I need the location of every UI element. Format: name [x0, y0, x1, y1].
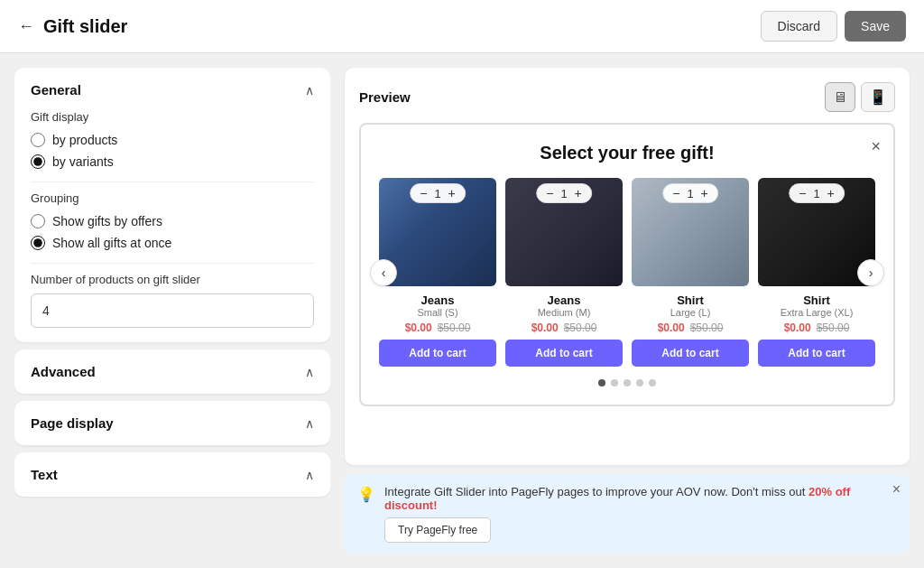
radio-show-all-gifts-label: Show all gifts at once	[52, 236, 171, 250]
radio-by-products-label: by products	[52, 133, 117, 147]
info-icon: 💡	[357, 486, 375, 503]
radio-show-by-offers-label: Show gifts by offers	[52, 214, 162, 228]
product-price: $0.00 $50.00	[658, 321, 724, 334]
product-variant: Medium (M)	[538, 307, 591, 318]
add-to-cart-button[interactable]: Add to cart	[758, 340, 875, 367]
product-image-wrapper: − 1 +	[632, 178, 749, 286]
pagination-dot[interactable]	[624, 379, 631, 386]
qty-plus-button[interactable]: +	[447, 186, 457, 200]
gift-display-label: Gift display	[31, 110, 314, 124]
product-variant: Small (S)	[417, 307, 457, 318]
pagination-dot[interactable]	[649, 379, 656, 386]
qty-plus-button[interactable]: +	[573, 186, 584, 200]
advanced-chevron-icon: ∧	[305, 365, 314, 379]
nav-next-button[interactable]: ›	[857, 259, 884, 286]
advanced-header[interactable]: Advanced ∧	[31, 364, 314, 379]
quantity-badge: − 1 +	[662, 183, 718, 203]
add-to-cart-button[interactable]: Add to cart	[632, 340, 749, 367]
product-name: Jeans	[548, 293, 581, 307]
product-name: Shirt	[677, 293, 704, 307]
text-title: Text	[31, 467, 58, 482]
product-variant: Extra Large (XL)	[781, 307, 854, 318]
right-panel: Preview 🖥 📱 × Select your free gift! ‹ −…	[345, 68, 910, 554]
grouping-label: Grouping	[31, 191, 314, 205]
page-display-section: Page display ∧	[14, 401, 330, 445]
radio-show-by-offers[interactable]: Show gifts by offers	[31, 214, 314, 228]
discard-button[interactable]: Discard	[761, 11, 837, 42]
general-header[interactable]: General ∧	[31, 82, 314, 98]
product-price: $0.00 $50.00	[405, 321, 471, 334]
radio-by-variants-input[interactable]	[31, 154, 45, 169]
page-title: Gift slider	[43, 16, 127, 37]
pagination-dot[interactable]	[611, 379, 618, 386]
try-pagefly-button[interactable]: Try PageFly free	[384, 517, 491, 543]
divider	[31, 182, 314, 182]
page-display-header[interactable]: Page display ∧	[31, 415, 314, 431]
pagination-dot[interactable]	[636, 379, 643, 386]
top-bar-right: Discard Save	[761, 11, 906, 42]
radio-by-variants[interactable]: by variants	[31, 154, 314, 169]
quantity-badge: − 1 +	[410, 183, 466, 203]
preview-container: Preview 🖥 📱 × Select your free gift! ‹ −…	[345, 68, 910, 465]
save-button[interactable]: Save	[845, 11, 906, 42]
price-old: $50.00	[817, 321, 850, 334]
qty-minus-button[interactable]: −	[418, 186, 429, 200]
banner-close-button[interactable]: ×	[892, 481, 901, 498]
desktop-button[interactable]: 🖥	[825, 82, 855, 112]
qty-minus-button[interactable]: −	[797, 186, 808, 200]
radio-by-products-input[interactable]	[31, 133, 45, 147]
radio-show-by-offers-input[interactable]	[31, 214, 45, 228]
radio-show-all-gifts[interactable]: Show all gifts at once	[31, 236, 314, 250]
info-banner: 💡 Integrate Gift Slider into PageFly pag…	[345, 474, 910, 554]
product-name: Jeans	[421, 293, 455, 307]
radio-show-all-gifts-input[interactable]	[31, 236, 45, 250]
text-section: Text ∧	[14, 452, 330, 497]
radio-by-products[interactable]: by products	[31, 133, 314, 147]
qty-minus-button[interactable]: −	[670, 186, 681, 200]
product-card: − 1 + Jeans Medium (M) $0.00 $50.00 Add …	[505, 178, 623, 367]
back-button[interactable]: ←	[18, 17, 34, 36]
price-new: $0.00	[405, 321, 432, 334]
quantity-badge: − 1 +	[789, 183, 845, 203]
modal-close-button[interactable]: ×	[871, 137, 881, 156]
general-chevron-icon: ∧	[305, 83, 314, 98]
pagination-dot[interactable]	[598, 379, 605, 386]
qty-number: 1	[434, 187, 440, 200]
qty-minus-button[interactable]: −	[544, 186, 555, 200]
number-input[interactable]	[31, 293, 314, 328]
add-to-cart-button[interactable]: Add to cart	[379, 340, 496, 367]
product-name: Shirt	[803, 293, 830, 307]
qty-plus-button[interactable]: +	[826, 186, 836, 200]
preview-title: Preview	[359, 89, 411, 105]
price-new: $0.00	[531, 321, 559, 334]
divider2	[31, 263, 314, 264]
product-variant: Large (L)	[670, 307, 711, 318]
price-new: $0.00	[658, 321, 685, 334]
number-label: Number of products on gift slider	[31, 273, 314, 286]
grouping-group: Show gifts by offers Show all gifts at o…	[31, 214, 314, 250]
mobile-button[interactable]: 📱	[861, 82, 895, 112]
top-bar-left: ← Gift slider	[18, 16, 127, 37]
page-display-chevron-icon: ∧	[305, 416, 314, 431]
price-new: $0.00	[784, 321, 811, 334]
add-to-cart-button[interactable]: Add to cart	[505, 340, 623, 367]
general-title: General	[31, 82, 81, 98]
nav-prev-button[interactable]: ‹	[370, 259, 397, 286]
products-row: ‹ − 1 + Jeans Small (S) $0.00 $50.00 Add…	[379, 178, 875, 367]
text-header[interactable]: Text ∧	[31, 467, 314, 482]
text-chevron-icon: ∧	[305, 468, 314, 482]
advanced-section: Advanced ∧	[14, 349, 330, 394]
gift-display-group: by products by variants	[31, 133, 314, 169]
general-section: General ∧ Gift display by products by va…	[14, 68, 330, 342]
qty-plus-button[interactable]: +	[699, 186, 710, 200]
modal-title: Select your free gift!	[379, 143, 875, 163]
qty-number: 1	[560, 187, 567, 200]
qty-number: 1	[813, 187, 819, 200]
qty-number: 1	[687, 187, 693, 200]
preview-header: Preview 🖥 📱	[359, 82, 895, 112]
product-image-wrapper: − 1 +	[505, 178, 623, 286]
price-old: $50.00	[690, 321, 724, 334]
gift-slider-preview: × Select your free gift! ‹ − 1 + Jeans S…	[359, 123, 895, 406]
device-icons: 🖥 📱	[825, 82, 895, 112]
radio-by-variants-label: by variants	[52, 154, 114, 169]
